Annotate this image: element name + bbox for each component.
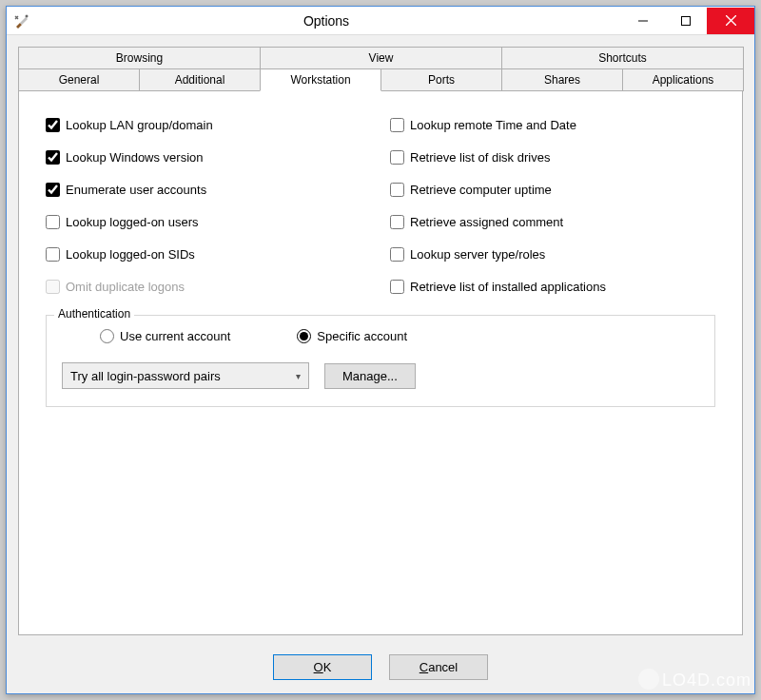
- svg-rect-2: [681, 16, 690, 25]
- svg-point-0: [26, 14, 29, 17]
- radio-current-account[interactable]: Use current account: [100, 329, 230, 343]
- checkbox-lan-group[interactable]: Lookup LAN group/domain: [46, 118, 371, 132]
- checkbox-installed-apps[interactable]: Retrieve list of installed applications: [390, 280, 715, 294]
- tab-view[interactable]: View: [260, 47, 502, 69]
- checkbox-omit-duplicates: Omit duplicate logons: [46, 280, 371, 294]
- globe-icon: [638, 669, 659, 690]
- checkbox-remote-time[interactable]: Lookup remote Time and Date: [390, 118, 715, 132]
- titlebar: Options: [7, 7, 754, 35]
- checkbox-server-type[interactable]: Lookup server type/roles: [390, 247, 715, 262]
- options-dialog: Options Browsing View Shortcuts General …: [6, 6, 755, 694]
- group-title: Authentication: [54, 307, 134, 321]
- tab-control: Browsing View Shortcuts General Addition…: [18, 47, 743, 91]
- radio-specific-account[interactable]: Specific account: [297, 329, 407, 343]
- checkbox-windows-version[interactable]: Lookup Windows version: [46, 150, 371, 165]
- tab-ports[interactable]: Ports: [380, 68, 502, 91]
- tab-workstation[interactable]: Workstation: [260, 68, 381, 91]
- cancel-button[interactable]: Cancel: [389, 654, 488, 680]
- dialog-footer: OK Cancel: [18, 635, 743, 680]
- chevron-down-icon: ▾: [296, 371, 301, 381]
- tab-applications[interactable]: Applications: [622, 68, 744, 91]
- tab-additional[interactable]: Additional: [139, 68, 261, 91]
- tab-browsing[interactable]: Browsing: [18, 47, 261, 69]
- maximize-button[interactable]: [664, 8, 707, 34]
- checkbox-disk-drives[interactable]: Retrieve list of disk drives: [390, 150, 715, 165]
- client-area: Browsing View Shortcuts General Addition…: [7, 35, 754, 693]
- manage-button[interactable]: Manage...: [324, 363, 416, 389]
- authentication-group: Authentication Use current account Speci…: [46, 315, 715, 407]
- tab-shares[interactable]: Shares: [501, 68, 623, 91]
- checkbox-logged-on-users[interactable]: Lookup logged-on users: [46, 215, 371, 229]
- watermark: LO4D.com: [638, 669, 751, 690]
- minimize-button[interactable]: [621, 8, 664, 34]
- app-icon: [12, 11, 31, 30]
- checkbox-assigned-comment[interactable]: Retrieve assigned comment: [390, 215, 715, 229]
- checkbox-computer-uptime[interactable]: Retrieve computer uptime: [390, 183, 715, 197]
- checkbox-enumerate-users[interactable]: Enumerate user accounts: [46, 183, 371, 197]
- close-button[interactable]: [707, 8, 754, 34]
- checkbox-logged-on-sids[interactable]: Lookup logged-on SIDs: [46, 247, 371, 262]
- tab-panel-workstation: Lookup LAN group/domain Lookup remote Ti…: [18, 90, 743, 635]
- login-mode-combo[interactable]: Try all login-password pairs ▾: [62, 362, 309, 389]
- window-title: Options: [31, 13, 621, 29]
- ok-button[interactable]: OK: [273, 654, 372, 680]
- tab-shortcuts[interactable]: Shortcuts: [501, 47, 744, 69]
- tab-general[interactable]: General: [18, 68, 140, 91]
